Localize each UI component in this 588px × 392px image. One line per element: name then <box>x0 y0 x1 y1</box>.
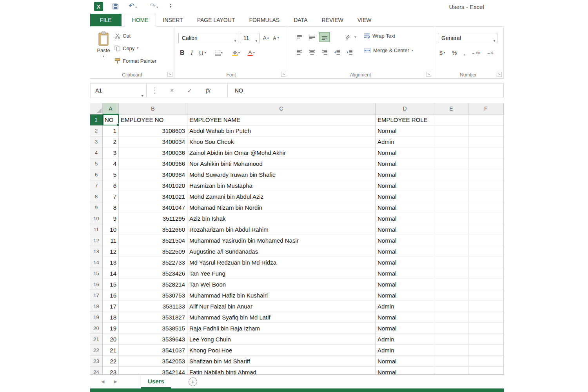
cell[interactable] <box>468 235 504 246</box>
align-left-button[interactable] <box>294 47 305 57</box>
cell[interactable] <box>434 279 468 290</box>
cell[interactable]: EMPLOYEE ROLE <box>376 114 434 125</box>
row-header[interactable]: 21 <box>90 334 103 345</box>
cell[interactable]: Nor Ashikin binti Mahamood <box>187 158 376 169</box>
row-header[interactable]: 24 <box>90 367 103 374</box>
cell[interactable] <box>434 114 468 125</box>
cell[interactable] <box>434 356 468 367</box>
underline-caret-icon[interactable]: ▾ <box>205 51 206 55</box>
cell[interactable]: 14 <box>103 268 119 279</box>
cell[interactable]: 7 <box>103 191 119 202</box>
cell[interactable]: 3528214 <box>119 279 187 290</box>
cell[interactable] <box>434 136 468 147</box>
cell[interactable] <box>434 257 468 268</box>
cell[interactable]: 22 <box>103 356 119 367</box>
cell[interactable]: 13 <box>103 257 119 268</box>
row-header[interactable]: 20 <box>90 323 103 334</box>
cell[interactable]: Md Yasrul Redzuan bin Md Ridza <box>187 257 376 268</box>
row-header[interactable]: 18 <box>90 301 103 312</box>
excel-logo-icon[interactable]: X <box>94 2 103 11</box>
cell[interactable]: 6 <box>103 180 119 191</box>
cell[interactable]: 3400034 <box>119 136 187 147</box>
row-header[interactable]: 13 <box>90 246 103 257</box>
italic-button[interactable]: I <box>191 49 193 56</box>
cell[interactable] <box>434 224 468 235</box>
tab-formulas[interactable]: FORMULAS <box>242 14 287 26</box>
cell[interactable]: Muhammad Hafiz bin Kushairi <box>187 290 376 301</box>
col-header-a[interactable]: A <box>103 103 119 114</box>
cell[interactable]: Muhammad Yasirudin bin Mohamed Nasir <box>187 235 376 246</box>
cell[interactable]: Khong Pooi Hoe <box>187 345 376 356</box>
cell[interactable] <box>468 279 504 290</box>
cell[interactable] <box>434 246 468 257</box>
cell[interactable] <box>468 356 504 367</box>
tab-home[interactable]: HOME <box>125 14 156 27</box>
align-bottom-button[interactable] <box>319 32 330 42</box>
align-center-button[interactable] <box>307 47 317 57</box>
col-header-c[interactable]: C <box>187 103 376 114</box>
row-header[interactable]: 6 <box>90 169 103 180</box>
cell[interactable]: EMPLOYEE NO <box>119 114 187 125</box>
borders-button[interactable] <box>215 50 221 56</box>
cell[interactable]: Mohamad Nizam bin Nordin <box>187 202 376 213</box>
col-header-b[interactable]: B <box>119 103 187 114</box>
cell[interactable] <box>468 334 504 345</box>
cell[interactable] <box>468 323 504 334</box>
cell[interactable]: Mohd Suwardy Iruwan bin Shafie <box>187 169 376 180</box>
cell[interactable] <box>434 345 468 356</box>
cell[interactable] <box>434 213 468 224</box>
merge-center-button[interactable]: Merge & Center ▾ <box>364 47 413 53</box>
row-header[interactable]: 3 <box>90 136 103 147</box>
insert-function-icon[interactable]: fx <box>206 87 211 94</box>
cell[interactable]: 3523426 <box>119 268 187 279</box>
cell[interactable]: Normal <box>376 323 434 334</box>
cell[interactable]: Shafizan bin Md Shariff <box>187 356 376 367</box>
cell[interactable]: 20 <box>103 334 119 345</box>
cell[interactable]: 3 <box>103 147 119 158</box>
cell[interactable] <box>468 191 504 202</box>
cell[interactable] <box>468 312 504 323</box>
cell[interactable]: Normal <box>376 180 434 191</box>
number-format-caret-icon[interactable]: ▾ <box>494 36 495 46</box>
cell[interactable]: 3511295 <box>119 213 187 224</box>
cell[interactable]: Normal <box>376 224 434 235</box>
row-header[interactable]: 8 <box>90 191 103 202</box>
clipboard-dialog-launcher[interactable]: ↘ <box>167 72 172 77</box>
cell[interactable]: Normal <box>376 125 434 136</box>
fill-color-button[interactable] <box>231 50 238 56</box>
tab-view[interactable]: VIEW <box>350 14 379 26</box>
increase-decimal-button[interactable]: ←.00 <box>472 51 480 55</box>
align-right-button[interactable] <box>319 47 330 57</box>
cell[interactable]: Rozaharizam bin Abdul Rahim <box>187 224 376 235</box>
cell[interactable]: 3401021 <box>119 191 187 202</box>
qat-customize-button[interactable]: ▾ <box>170 4 171 9</box>
cell[interactable]: 4 <box>103 158 119 169</box>
cell[interactable]: Admin <box>376 334 434 345</box>
cell[interactable]: 3522509 <box>119 246 187 257</box>
cell[interactable] <box>434 367 468 374</box>
row-header[interactable]: 23 <box>90 356 103 367</box>
cell[interactable]: Normal <box>376 202 434 213</box>
row-header[interactable]: 14 <box>90 257 103 268</box>
cell[interactable] <box>434 301 468 312</box>
row-header[interactable]: 16 <box>90 279 103 290</box>
cell[interactable]: Normal <box>376 169 434 180</box>
cell[interactable]: Normal <box>376 312 434 323</box>
name-box-caret-icon[interactable]: ▾ <box>142 89 143 103</box>
cell[interactable]: Normal <box>376 356 434 367</box>
cell[interactable]: Normal <box>376 367 434 374</box>
cell[interactable] <box>468 136 504 147</box>
cell[interactable]: Admin <box>376 136 434 147</box>
cell[interactable] <box>468 257 504 268</box>
currency-button[interactable]: $ ▾ <box>439 50 445 56</box>
cell[interactable] <box>468 246 504 257</box>
cell[interactable]: 15 <box>103 279 119 290</box>
col-header-d[interactable]: D <box>376 103 434 114</box>
cell[interactable]: 3521504 <box>119 235 187 246</box>
row-header[interactable]: 19 <box>90 312 103 323</box>
cell[interactable]: 19 <box>103 323 119 334</box>
sheet-prev-icon[interactable]: ◀ <box>101 379 104 384</box>
cell[interactable]: 18 <box>103 312 119 323</box>
row-header[interactable]: 2 <box>90 125 103 136</box>
col-header-e[interactable]: E <box>434 103 468 114</box>
